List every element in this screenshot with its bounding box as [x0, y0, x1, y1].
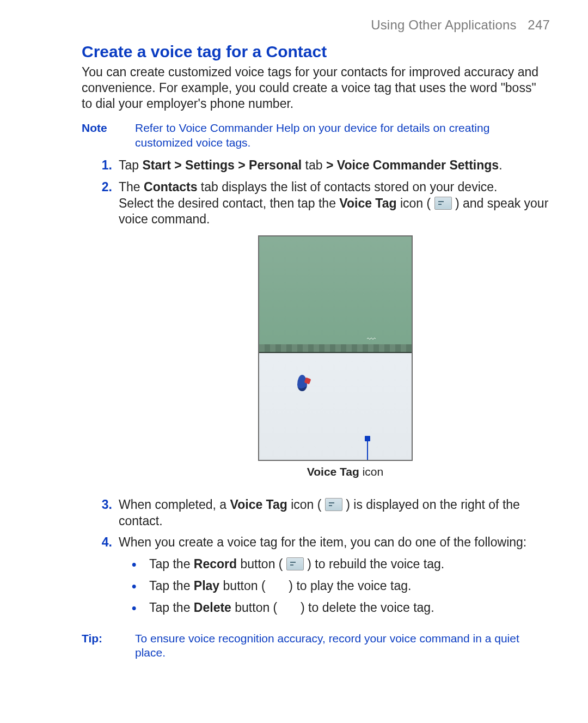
record-icon	[286, 557, 304, 570]
text: When you create a voice tag for the item…	[119, 535, 526, 549]
sub-item-play: • Tap the Play button ( ) to play the vo…	[132, 578, 550, 594]
caption-bold: Voice Tag	[307, 465, 359, 478]
tip-label: Tip:	[82, 631, 121, 660]
sub-item-record: • Tap the Record button ( ) to rebuild t…	[132, 556, 550, 573]
screenshot-upper-region: 〰	[259, 236, 412, 353]
screenshot-figure: 〰	[258, 235, 411, 461]
screenshot-marker-icon	[297, 375, 307, 391]
section-title: Create a voice tag for a Contact	[82, 42, 550, 61]
text: tab displays the list of contacts stored…	[197, 180, 497, 194]
bullet-icon: •	[132, 602, 139, 616]
bullet-icon: •	[132, 580, 139, 594]
bold-text: Voice Tag	[230, 497, 287, 512]
note-body: Refer to Voice Commander Help on your de…	[135, 121, 550, 150]
step-3: 3. When completed, a Voice Tag icon ( ) …	[97, 497, 550, 530]
screenshot-detail-icon: 〰	[367, 334, 376, 345]
step-body: When you create a voice tag for the item…	[119, 534, 550, 622]
bold-text: Delete	[194, 600, 231, 615]
voice-tag-icon	[434, 197, 452, 210]
play-icon	[269, 580, 285, 592]
text: ) to rebuild the voice tag.	[304, 557, 444, 571]
tip-body: To ensure voice recognition accuracy, re…	[135, 631, 550, 660]
text: ) to play the voice tag.	[285, 579, 411, 593]
screenshot-divider-strip	[259, 344, 412, 353]
delete-icon	[281, 602, 297, 614]
text: When completed, a	[119, 497, 230, 512]
sub-item-body: Tap the Delete button ( ) to delete the …	[149, 600, 434, 616]
screenshot-lower-region	[259, 353, 412, 460]
text: button (	[231, 600, 281, 615]
running-head-page-number: 247	[528, 17, 550, 32]
running-head: Using Other Applications 247	[38, 17, 550, 33]
text: button (	[219, 579, 269, 593]
text: button (	[237, 557, 286, 571]
sub-item-body: Tap the Play button ( ) to play the voic…	[149, 578, 411, 594]
tip-block: Tip: To ensure voice recognition accurac…	[82, 631, 550, 660]
step-body: Tap Start > Settings > Personal tab > Vo…	[119, 157, 550, 174]
text: Tap the	[149, 579, 194, 593]
sub-item-delete: • Tap the Delete button ( ) to delete th…	[132, 600, 550, 616]
running-head-section: Using Other Applications	[371, 17, 517, 32]
sub-bullet-list: • Tap the Record button ( ) to rebuild t…	[119, 556, 550, 616]
bullet-icon: •	[132, 558, 139, 573]
bold-text: Record	[194, 557, 237, 571]
text: Tap the	[149, 600, 194, 615]
bold-text: > Voice Commander Settings	[326, 158, 499, 172]
step-4: 4. When you create a voice tag for the i…	[97, 534, 550, 622]
sub-item-body: Tap the Record button ( ) to rebuild the…	[149, 556, 444, 573]
text: icon (	[397, 196, 434, 210]
bold-text: Start > Settings > Personal	[142, 158, 302, 172]
text: tab	[302, 158, 326, 172]
note-label: Note	[82, 121, 121, 150]
steps-list: 1. Tap Start > Settings > Personal tab >…	[38, 157, 550, 622]
voice-tag-icon	[325, 498, 342, 511]
step-number: 4.	[97, 534, 112, 622]
text: ) to delete the voice tag.	[297, 600, 434, 615]
manual-page: Using Other Applications 247 Create a vo…	[0, 0, 588, 723]
step-number: 2.	[97, 179, 112, 491]
device-screenshot: 〰	[258, 235, 413, 461]
figure-caption: Voice Tag icon	[140, 464, 550, 479]
text: .	[499, 158, 502, 172]
text: The	[119, 180, 144, 194]
intro-paragraph: You can create customized voice tags for…	[82, 64, 548, 111]
caption-rest: icon	[359, 465, 383, 478]
callout-line	[367, 440, 368, 460]
step-number: 3.	[97, 497, 112, 530]
step-2: 2. The Contacts tab displays the list of…	[97, 179, 550, 491]
step-number: 1.	[97, 157, 112, 174]
text: icon (	[287, 497, 325, 512]
bold-text: Voice Tag	[339, 196, 396, 210]
bold-text: Play	[194, 579, 219, 593]
text: Tap	[119, 158, 142, 172]
step-1: 1. Tap Start > Settings > Personal tab >…	[97, 157, 550, 174]
note-block: Note Refer to Voice Commander Help on yo…	[82, 121, 550, 150]
step-body: When completed, a Voice Tag icon ( ) is …	[119, 497, 550, 530]
text: Tap the	[149, 557, 194, 571]
step-body: The Contacts tab displays the list of co…	[119, 179, 550, 491]
bold-text: Contacts	[144, 180, 197, 194]
text: Select the desired contact, then tap the	[119, 196, 339, 210]
